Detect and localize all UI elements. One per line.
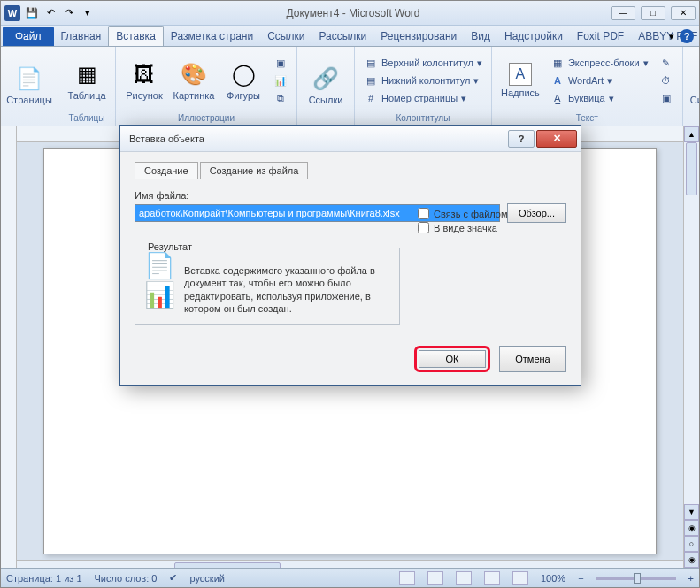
window-controls: — □ ✕ (611, 6, 696, 20)
textbox-button[interactable]: AНадпись (497, 61, 543, 100)
tab-create-from-file[interactable]: Создание из файла (200, 162, 309, 179)
link-to-file-label[interactable]: Связь с файлом (434, 209, 508, 219)
footer-label: Нижний колонтитул (381, 75, 470, 86)
dialog-titlebar[interactable]: Вставка объекта ? ✕ (120, 126, 581, 152)
group-links-label (303, 122, 349, 124)
wordart-icon: A (550, 73, 565, 88)
close-button[interactable]: ✕ (671, 6, 696, 20)
wordart-button[interactable]: AWordArt ▾ (547, 73, 652, 88)
datetime-icon: ⏱ (659, 73, 673, 88)
ok-button[interactable]: ОК (419, 350, 486, 368)
pages-label: Страницы (6, 95, 52, 105)
smartart-icon: ▣ (273, 56, 288, 70)
result-group: Результат 📄📊 Вставка содержимого указанн… (135, 248, 400, 325)
tab-home[interactable]: Главная (54, 27, 109, 46)
next-page-icon[interactable]: ◉ (684, 552, 699, 568)
footer-button[interactable]: ▤Нижний колонтитул ▾ (360, 73, 486, 88)
shapes-button[interactable]: ◯Фигуры (220, 58, 266, 103)
zoom-slider[interactable] (596, 577, 676, 580)
status-page[interactable]: Страница: 1 из 1 (6, 573, 82, 584)
scroll-up-icon[interactable]: ▲ (684, 126, 699, 142)
footer-icon: ▤ (364, 73, 378, 88)
undo-icon[interactable]: ↶ (42, 5, 58, 21)
tab-pagelayout[interactable]: Разметка страни (164, 27, 260, 46)
datetime-button[interactable]: ⏱ (656, 73, 677, 88)
header-button[interactable]: ▤Верхний колонтитул ▾ (360, 55, 486, 71)
browse-button[interactable]: Обзор... (507, 203, 566, 223)
ribbon-collapse-icon[interactable]: ▾ (669, 31, 674, 42)
tab-addins[interactable]: Надстройки (497, 27, 570, 46)
vscroll-thumb[interactable] (686, 142, 697, 195)
tab-create-new[interactable]: Создание (135, 162, 198, 179)
redo-icon[interactable]: ↷ (61, 5, 77, 21)
link-to-file-checkbox[interactable] (418, 208, 429, 219)
dropcap-label: Буквица (568, 93, 605, 103)
view-read-icon[interactable] (427, 571, 443, 585)
result-text: Вставка содержимого указанного файла в д… (184, 264, 390, 315)
browse-obj-icon[interactable]: ○ (684, 536, 699, 552)
ribbon: 📄 Страницы ▦ Таблица Таблицы 🖼Рисунок 🎨К… (1, 47, 699, 126)
ok-highlight: ОК (414, 346, 490, 372)
dialog-title: Вставка объекта (129, 134, 204, 144)
app-icon: W (4, 5, 20, 21)
tab-mailings[interactable]: Рассылки (312, 27, 373, 46)
tab-view[interactable]: Вид (464, 27, 497, 46)
zoom-in-icon[interactable]: + (688, 573, 694, 584)
chart-button[interactable]: 📊 (270, 73, 291, 88)
clipart-button[interactable]: 🎨Картинка (171, 58, 217, 103)
smartart-button[interactable]: ▣ (270, 55, 291, 71)
quickparts-label: Экспресс-блоки (568, 57, 640, 68)
vertical-ruler[interactable] (1, 126, 17, 568)
clipart-icon: 🎨 (180, 60, 208, 88)
cancel-button[interactable]: Отмена (499, 346, 566, 372)
minimize-button[interactable]: — (611, 6, 635, 20)
save-icon[interactable]: 💾 (24, 5, 40, 21)
picture-button[interactable]: 🖼Рисунок (121, 58, 167, 103)
pagenum-button[interactable]: #Номер страницы ▾ (360, 90, 486, 106)
links-button[interactable]: 🔗Ссылки (303, 63, 349, 107)
status-proof-icon[interactable]: ✔ (169, 572, 177, 584)
tab-references[interactable]: Ссылки (260, 27, 312, 46)
status-zoom[interactable]: 100% (541, 573, 565, 584)
tab-insert[interactable]: Вставка (108, 26, 164, 46)
view-print-icon[interactable] (399, 571, 415, 585)
display-as-icon-label[interactable]: В виде значка (434, 223, 497, 233)
header-label: Верхний колонтитул (381, 57, 473, 68)
object-button[interactable]: ▣ (656, 90, 677, 106)
symbols-label: Символы (690, 95, 700, 105)
scroll-down-icon[interactable]: ▼ (684, 504, 699, 520)
file-tab[interactable]: Файл (3, 27, 54, 46)
tab-review[interactable]: Рецензировани (373, 27, 464, 46)
file-name-label: Имя файла: (135, 190, 188, 201)
group-illus-label: Иллюстрации (121, 112, 291, 124)
zoom-out-icon[interactable]: − (578, 573, 583, 584)
vertical-scrollbar[interactable]: ▲ ▼ ◉ ○ ◉ (683, 126, 699, 568)
sigline-button[interactable]: ✎ (656, 55, 677, 71)
quickparts-button[interactable]: ▦Экспресс-блоки ▾ (547, 55, 652, 71)
view-outline-icon[interactable] (484, 571, 500, 585)
pagenum-icon: # (364, 91, 378, 105)
status-lang[interactable]: русский (189, 573, 224, 584)
dialog-close-button[interactable]: ✕ (536, 130, 577, 148)
zoom-thumb[interactable] (634, 573, 641, 584)
tab-foxit[interactable]: Foxit PDF (570, 27, 631, 46)
dropcap-button[interactable]: A̲Буквица ▾ (547, 90, 652, 106)
textbox-icon: A (509, 63, 532, 86)
status-words[interactable]: Число слов: 0 (95, 573, 158, 584)
display-as-icon-checkbox[interactable] (418, 222, 429, 233)
dialog-help-button[interactable]: ? (508, 130, 535, 148)
qat-custom-icon[interactable]: ▾ (80, 5, 96, 21)
table-button[interactable]: ▦ Таблица (64, 58, 110, 103)
prev-page-icon[interactable]: ◉ (684, 520, 699, 536)
view-draft-icon[interactable] (512, 571, 528, 585)
result-icon: 📄📊 (144, 264, 175, 296)
screenshot-button[interactable]: ⧉ (270, 90, 291, 106)
symbols-button[interactable]: ΩСимволы (688, 63, 700, 107)
maximize-button[interactable]: □ (641, 6, 665, 20)
sigline-icon: ✎ (659, 56, 673, 70)
pages-button[interactable]: 📄 Страницы (6, 63, 52, 107)
group-tables-label: Таблицы (64, 112, 110, 124)
shapes-label: Фигуры (227, 90, 260, 101)
view-web-icon[interactable] (456, 571, 472, 585)
help-icon[interactable]: ? (680, 29, 694, 43)
